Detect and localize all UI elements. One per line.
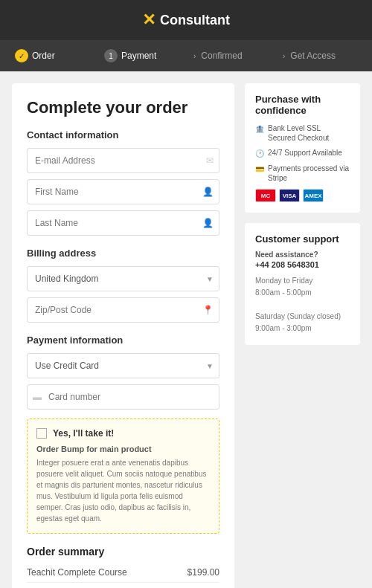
wallet-icon: 💳 xyxy=(255,164,264,174)
support-need-label: Need assistance? xyxy=(255,251,350,259)
bump-checkbox-row: Yes, I'll take it! xyxy=(36,428,210,439)
support-title: Customer support xyxy=(255,233,350,245)
order-total-row: Total $199.00 xyxy=(27,582,219,588)
confidence-item-ssl: 🏦 Bank Level SSL Secured Checkout xyxy=(255,123,350,143)
logo: ✕ Consultant xyxy=(142,10,230,30)
step-get-access[interactable]: › Get Access xyxy=(275,42,365,70)
confidence-box: Purchase with confidence 🏦 Bank Level SS… xyxy=(245,83,360,213)
card-icon-left: ▬ xyxy=(33,392,42,402)
billing-section-title: Billing address xyxy=(27,248,219,259)
zipcode-group: 📍 xyxy=(27,297,219,323)
bank-icon: 🏦 xyxy=(255,124,264,134)
confidence-title: Purchase with confidence xyxy=(255,94,350,116)
person-icon-2: 👤 xyxy=(202,218,214,228)
last-name-input[interactable] xyxy=(27,210,219,236)
logo-text: Consultant xyxy=(160,13,230,28)
zipcode-input[interactable] xyxy=(27,297,219,323)
order-item-row: Teachit Complete Course $199.00 xyxy=(27,565,219,580)
confidence-ssl-text: Bank Level SSL Secured Checkout xyxy=(268,123,350,143)
order-item-name: Teachit Complete Course xyxy=(27,567,127,578)
step-order-label: Order xyxy=(32,51,55,61)
email-icon: ✉ xyxy=(206,155,214,166)
confidence-item-support: 🕐 24/7 Support Available xyxy=(255,148,350,158)
person-icon: 👤 xyxy=(202,187,214,197)
mastercard-icon: MC xyxy=(255,189,276,202)
card-number-input[interactable] xyxy=(27,384,219,410)
location-icon: 📍 xyxy=(202,305,214,315)
bump-description: Integer posuere erat a ante venenatis da… xyxy=(36,457,210,524)
step-confirmed[interactable]: › Confirmed xyxy=(186,42,275,70)
support-hours: Monday to Friday 8:00am - 5:00pm Saturda… xyxy=(255,275,350,335)
weekday-label: Monday to Friday xyxy=(255,277,312,285)
logo-icon: ✕ xyxy=(142,10,155,30)
left-panel: Complete your order Contact information … xyxy=(12,83,234,588)
confidence-item-stripe: 💳 Payments processed via Stripe xyxy=(255,164,350,183)
order-bump: Yes, I'll take it! Order Bump for main p… xyxy=(27,419,219,534)
clock-icon: 🕐 xyxy=(255,149,264,158)
support-phone: +44 208 5648301 xyxy=(255,260,350,269)
step-get-access-label: Get Access xyxy=(290,51,336,61)
first-name-input[interactable] xyxy=(27,179,219,204)
bump-checkbox-label: Yes, I'll take it! xyxy=(53,428,114,439)
contact-section-title: Contact information xyxy=(27,129,219,140)
confidence-support-text: 24/7 Support Available xyxy=(268,148,342,158)
payment-method-select[interactable]: Use Credit Card xyxy=(27,353,219,378)
header: ✕ Consultant xyxy=(0,0,372,40)
country-group: United Kingdom ▼ xyxy=(27,266,219,291)
last-name-group: 👤 xyxy=(27,210,219,236)
visa-icon: VISA xyxy=(279,189,300,202)
bump-checkbox[interactable] xyxy=(36,428,47,439)
order-summary-title: Order summary xyxy=(27,546,219,558)
amex-icon: AMEX xyxy=(303,189,324,202)
email-group: ✉ xyxy=(27,148,219,173)
card-icons: MC VISA AMEX xyxy=(255,189,350,202)
right-panel: Purchase with confidence 🏦 Bank Level SS… xyxy=(245,83,360,588)
step-confirmed-arrow: › xyxy=(193,52,196,60)
step-payment[interactable]: 1 Payment xyxy=(97,40,186,71)
first-name-group: 👤 xyxy=(27,179,219,204)
step-confirmed-label: Confirmed xyxy=(201,51,242,61)
progress-bar: ✓ Order 1 Payment › Confirmed › Get Acce… xyxy=(0,40,372,71)
payment-method-group: Use Credit Card ▼ xyxy=(27,353,219,378)
weekend-time: 9:00am - 3:00pm xyxy=(255,324,312,332)
support-box: Customer support Need assistance? +44 20… xyxy=(245,223,360,345)
country-select[interactable]: United Kingdom xyxy=(27,266,219,291)
card-number-group: ▬ xyxy=(27,384,219,410)
step-order-circle: ✓ xyxy=(15,49,28,62)
order-item-price: $199.00 xyxy=(187,567,219,578)
payment-section-title: Payment information xyxy=(27,335,219,346)
step-order[interactable]: ✓ Order xyxy=(7,40,97,71)
confidence-stripe-text: Payments processed via Stripe xyxy=(268,164,350,183)
email-input[interactable] xyxy=(27,148,219,173)
form-title: Complete your order xyxy=(27,98,219,117)
weekday-time: 8:00am - 5:00pm xyxy=(255,288,312,297)
step-get-access-arrow: › xyxy=(283,52,285,60)
bump-product-name: Order Bump for main product xyxy=(36,445,210,453)
step-payment-circle: 1 xyxy=(104,49,118,62)
step-payment-label: Payment xyxy=(121,51,156,61)
weekend-label: Saturday (Sunday closed) xyxy=(255,312,341,320)
main-content: Complete your order Contact information … xyxy=(0,71,372,588)
